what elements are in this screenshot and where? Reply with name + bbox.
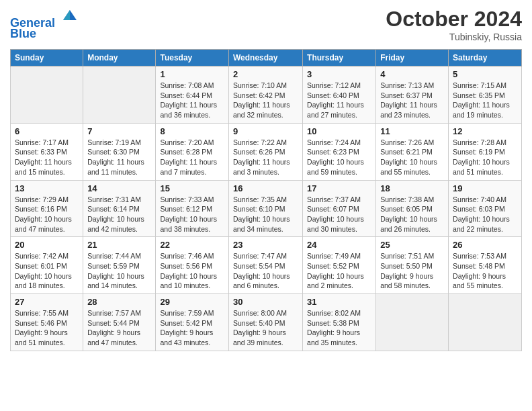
day-header-wednesday: Wednesday	[228, 50, 302, 66]
day-number: 14	[87, 183, 151, 193]
day-number: 24	[307, 240, 371, 250]
calendar-cell: 23Sunrise: 7:47 AM Sunset: 5:54 PM Dayli…	[228, 237, 302, 294]
day-detail: Sunrise: 7:38 AM Sunset: 6:05 PM Dayligh…	[380, 195, 444, 234]
day-number: 31	[307, 297, 371, 307]
day-number: 27	[15, 297, 79, 307]
day-detail: Sunrise: 7:15 AM Sunset: 6:35 PM Dayligh…	[453, 81, 517, 120]
day-header-saturday: Saturday	[449, 50, 522, 66]
calendar-cell: 12Sunrise: 7:28 AM Sunset: 6:19 PM Dayli…	[449, 123, 522, 180]
calendar-cell: 24Sunrise: 7:49 AM Sunset: 5:52 PM Dayli…	[303, 237, 376, 294]
day-detail: Sunrise: 7:28 AM Sunset: 6:19 PM Dayligh…	[453, 138, 517, 177]
calendar-cell: 14Sunrise: 7:31 AM Sunset: 6:14 PM Dayli…	[83, 180, 156, 237]
day-detail: Sunrise: 8:00 AM Sunset: 5:40 PM Dayligh…	[233, 308, 298, 348]
day-number: 12	[453, 126, 517, 136]
day-number: 8	[160, 126, 224, 136]
page-header: General Blue October 2024 Tubinskiy, Rus…	[10, 7, 522, 42]
day-number: 15	[160, 183, 224, 193]
day-number: 4	[380, 69, 444, 79]
calendar-cell	[11, 66, 83, 124]
day-number: 5	[453, 69, 517, 79]
day-detail: Sunrise: 7:10 AM Sunset: 6:42 PM Dayligh…	[233, 81, 298, 120]
day-detail: Sunrise: 7:17 AM Sunset: 6:33 PM Dayligh…	[15, 138, 79, 177]
day-detail: Sunrise: 7:57 AM Sunset: 5:44 PM Dayligh…	[87, 308, 151, 348]
calendar-week-1: 1Sunrise: 7:08 AM Sunset: 6:44 PM Daylig…	[11, 66, 522, 124]
calendar-header-row: SundayMondayTuesdayWednesdayThursdayFrid…	[11, 50, 522, 66]
day-number: 23	[233, 240, 298, 250]
month-title: October 2024	[386, 7, 522, 32]
day-number: 30	[233, 297, 298, 307]
day-detail: Sunrise: 7:13 AM Sunset: 6:37 PM Dayligh…	[380, 81, 444, 120]
calendar-cell: 13Sunrise: 7:29 AM Sunset: 6:16 PM Dayli…	[11, 180, 83, 237]
day-detail: Sunrise: 7:51 AM Sunset: 5:50 PM Dayligh…	[380, 251, 444, 291]
day-number: 28	[87, 297, 151, 307]
calendar-week-3: 13Sunrise: 7:29 AM Sunset: 6:16 PM Dayli…	[11, 180, 522, 237]
calendar-cell: 15Sunrise: 7:33 AM Sunset: 6:12 PM Dayli…	[156, 180, 229, 237]
day-number: 22	[160, 240, 224, 250]
day-number: 13	[15, 183, 79, 193]
logo: General Blue	[10, 7, 80, 41]
day-detail: Sunrise: 7:59 AM Sunset: 5:42 PM Dayligh…	[160, 308, 224, 348]
logo-icon	[60, 7, 80, 27]
calendar-table: SundayMondayTuesdayWednesdayThursdayFrid…	[10, 49, 522, 351]
calendar-cell: 4Sunrise: 7:13 AM Sunset: 6:37 PM Daylig…	[376, 66, 449, 124]
day-detail: Sunrise: 7:29 AM Sunset: 6:16 PM Dayligh…	[15, 195, 79, 234]
calendar-cell	[376, 294, 449, 351]
calendar-cell: 18Sunrise: 7:38 AM Sunset: 6:05 PM Dayli…	[376, 180, 449, 237]
calendar-cell: 25Sunrise: 7:51 AM Sunset: 5:50 PM Dayli…	[376, 237, 449, 294]
calendar-cell: 8Sunrise: 7:20 AM Sunset: 6:28 PM Daylig…	[156, 123, 229, 180]
day-number: 19	[453, 183, 517, 193]
page-container: General Blue October 2024 Tubinskiy, Rus…	[0, 0, 532, 358]
calendar-cell: 30Sunrise: 8:00 AM Sunset: 5:40 PM Dayli…	[228, 294, 302, 351]
calendar-week-2: 6Sunrise: 7:17 AM Sunset: 6:33 PM Daylig…	[11, 123, 522, 180]
day-number: 21	[87, 240, 151, 250]
day-detail: Sunrise: 7:55 AM Sunset: 5:46 PM Dayligh…	[15, 308, 79, 348]
day-detail: Sunrise: 7:47 AM Sunset: 5:54 PM Dayligh…	[233, 251, 298, 291]
day-detail: Sunrise: 7:08 AM Sunset: 6:44 PM Dayligh…	[160, 81, 224, 120]
day-number: 10	[307, 126, 371, 136]
calendar-cell: 11Sunrise: 7:26 AM Sunset: 6:21 PM Dayli…	[376, 123, 449, 180]
day-number: 3	[307, 69, 371, 79]
day-number: 16	[233, 183, 298, 193]
day-number: 9	[233, 126, 298, 136]
day-detail: Sunrise: 7:26 AM Sunset: 6:21 PM Dayligh…	[380, 138, 444, 177]
day-number: 20	[15, 240, 79, 250]
calendar-cell: 1Sunrise: 7:08 AM Sunset: 6:44 PM Daylig…	[156, 66, 229, 124]
calendar-cell: 17Sunrise: 7:37 AM Sunset: 6:07 PM Dayli…	[303, 180, 376, 237]
calendar-cell: 6Sunrise: 7:17 AM Sunset: 6:33 PM Daylig…	[11, 123, 83, 180]
calendar-cell: 9Sunrise: 7:22 AM Sunset: 6:26 PM Daylig…	[228, 123, 302, 180]
day-detail: Sunrise: 7:46 AM Sunset: 5:56 PM Dayligh…	[160, 251, 224, 291]
calendar-cell: 16Sunrise: 7:35 AM Sunset: 6:10 PM Dayli…	[228, 180, 302, 237]
day-number: 17	[307, 183, 371, 193]
calendar-cell: 27Sunrise: 7:55 AM Sunset: 5:46 PM Dayli…	[11, 294, 83, 351]
day-header-tuesday: Tuesday	[156, 50, 229, 66]
calendar-cell: 7Sunrise: 7:19 AM Sunset: 6:30 PM Daylig…	[83, 123, 156, 180]
calendar-cell: 29Sunrise: 7:59 AM Sunset: 5:42 PM Dayli…	[156, 294, 229, 351]
day-detail: Sunrise: 7:40 AM Sunset: 6:03 PM Dayligh…	[453, 195, 517, 234]
day-detail: Sunrise: 7:12 AM Sunset: 6:40 PM Dayligh…	[307, 81, 371, 120]
day-number: 26	[453, 240, 517, 250]
day-detail: Sunrise: 7:22 AM Sunset: 6:26 PM Dayligh…	[233, 138, 298, 177]
day-detail: Sunrise: 7:33 AM Sunset: 6:12 PM Dayligh…	[160, 195, 224, 234]
day-detail: Sunrise: 7:35 AM Sunset: 6:10 PM Dayligh…	[233, 195, 298, 234]
day-number: 11	[380, 126, 444, 136]
calendar-cell: 5Sunrise: 7:15 AM Sunset: 6:35 PM Daylig…	[449, 66, 522, 124]
day-detail: Sunrise: 7:49 AM Sunset: 5:52 PM Dayligh…	[307, 251, 371, 291]
day-detail: Sunrise: 7:31 AM Sunset: 6:14 PM Dayligh…	[87, 195, 151, 234]
day-number: 18	[380, 183, 444, 193]
day-detail: Sunrise: 7:53 AM Sunset: 5:48 PM Dayligh…	[453, 251, 517, 291]
day-detail: Sunrise: 7:19 AM Sunset: 6:30 PM Dayligh…	[87, 138, 151, 177]
day-detail: Sunrise: 7:44 AM Sunset: 5:59 PM Dayligh…	[87, 251, 151, 291]
title-block: October 2024 Tubinskiy, Russia	[386, 7, 522, 42]
calendar-cell: 31Sunrise: 8:02 AM Sunset: 5:38 PM Dayli…	[303, 294, 376, 351]
calendar-cell: 10Sunrise: 7:24 AM Sunset: 6:23 PM Dayli…	[303, 123, 376, 180]
day-header-friday: Friday	[376, 50, 449, 66]
calendar-cell: 2Sunrise: 7:10 AM Sunset: 6:42 PM Daylig…	[228, 66, 302, 124]
day-header-monday: Monday	[83, 50, 156, 66]
day-header-thursday: Thursday	[303, 50, 376, 66]
calendar-cell: 3Sunrise: 7:12 AM Sunset: 6:40 PM Daylig…	[303, 66, 376, 124]
calendar-cell	[449, 294, 522, 351]
day-number: 7	[87, 126, 151, 136]
day-detail: Sunrise: 7:42 AM Sunset: 6:01 PM Dayligh…	[15, 251, 79, 291]
day-header-sunday: Sunday	[11, 50, 83, 66]
day-number: 1	[160, 69, 224, 79]
